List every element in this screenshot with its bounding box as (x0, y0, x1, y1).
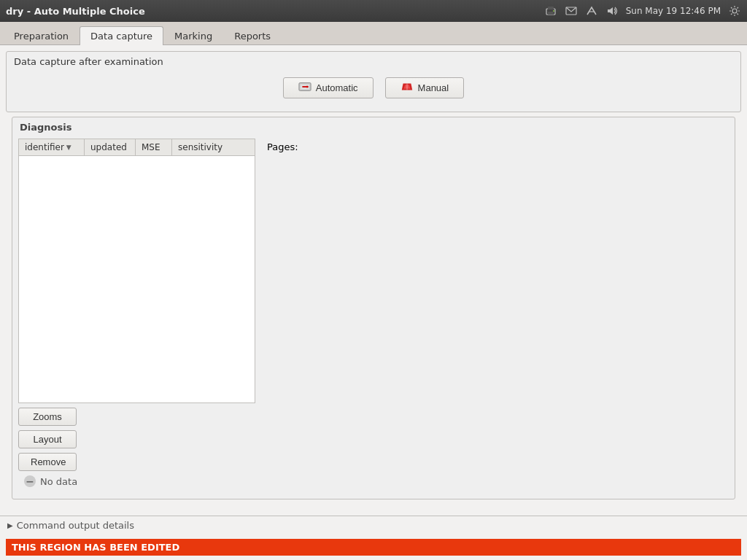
col-header-sensitivity[interactable]: sensitivity (172, 139, 255, 155)
printer-icon[interactable] (544, 4, 557, 18)
no-data-icon: − (24, 475, 36, 487)
section-title: Data capture after examination (14, 56, 733, 67)
col-header-updated[interactable]: updated (85, 139, 136, 155)
no-data-row: − No data (18, 471, 255, 491)
diagnosis-content: identifier ▼ updated MSE sensitivity (12, 136, 735, 499)
mse-label: MSE (142, 142, 160, 152)
sort-arrow-icon: ▼ (66, 144, 71, 151)
remove-button[interactable]: Remove (18, 453, 77, 471)
action-buttons: Zooms Layout Remove (18, 408, 255, 471)
table-header: identifier ▼ updated MSE sensitivity (18, 139, 255, 155)
settings-icon[interactable] (728, 4, 741, 18)
diagnosis-table-panel: identifier ▼ updated MSE sensitivity (18, 139, 255, 491)
manual-icon (400, 82, 414, 94)
diagnosis-panel: Diagnosis identifier ▼ updated (12, 117, 735, 499)
svg-rect-1 (548, 7, 554, 9)
mail-icon[interactable] (565, 4, 578, 18)
svg-point-7 (732, 9, 737, 13)
identifier-label: identifier (25, 142, 64, 152)
app-container: dry - Auto Multiple Choice (0, 0, 747, 560)
titlebar: dry - Auto Multiple Choice (0, 0, 747, 22)
content-area: Data capture after examination Au (0, 45, 747, 516)
window-title: dry - Auto Multiple Choice (6, 6, 145, 17)
svg-point-3 (553, 10, 554, 12)
data-capture-panel: Data capture after examination Au (0, 45, 747, 511)
layout-button[interactable]: Layout (18, 430, 77, 448)
titlebar-time: Sun May 19 12:46 PM (626, 6, 721, 16)
command-output-bar[interactable]: ▶ Command output details (0, 516, 747, 534)
zooms-button[interactable]: Zooms (18, 408, 77, 426)
col-header-mse[interactable]: MSE (136, 139, 172, 155)
pages-label: Pages: (267, 141, 298, 152)
tab-reports[interactable]: Reports (223, 26, 282, 45)
expand-icon: ▶ (7, 521, 13, 529)
svg-rect-2 (548, 12, 554, 15)
command-output-label: Command output details (17, 520, 134, 531)
tab-preparation[interactable]: Preparation (3, 26, 80, 45)
tabs-bar: Preparation Data capture Marking Reports (0, 22, 747, 45)
pages-panel: Pages: (267, 139, 729, 491)
no-data-label: No data (40, 476, 77, 487)
tab-marking[interactable]: Marking (163, 26, 223, 45)
edited-region-banner: THIS REGION HAS BEEN EDITED (6, 539, 741, 556)
network-icon[interactable] (585, 4, 598, 18)
table-body (18, 155, 255, 403)
manual-button[interactable]: Manual (385, 77, 465, 98)
diagnosis-title: Diagnosis (12, 117, 735, 136)
capture-buttons: Automatic Manual (14, 73, 733, 104)
tab-data-capture[interactable]: Data capture (80, 26, 163, 45)
svg-marker-6 (608, 7, 613, 15)
automatic-label: Automatic (316, 82, 358, 93)
sensitivity-label: sensitivity (178, 142, 222, 152)
titlebar-right: Sun May 19 12:46 PM (544, 4, 741, 18)
automatic-icon (298, 82, 311, 94)
col-header-identifier[interactable]: identifier ▼ (19, 139, 85, 155)
automatic-button[interactable]: Automatic (283, 77, 374, 98)
manual-label: Manual (418, 82, 449, 93)
volume-icon[interactable] (605, 4, 619, 18)
pages-area: Pages: (267, 139, 729, 155)
updated-label: updated (90, 142, 127, 152)
edited-text: THIS REGION HAS BEEN EDITED (12, 542, 179, 553)
